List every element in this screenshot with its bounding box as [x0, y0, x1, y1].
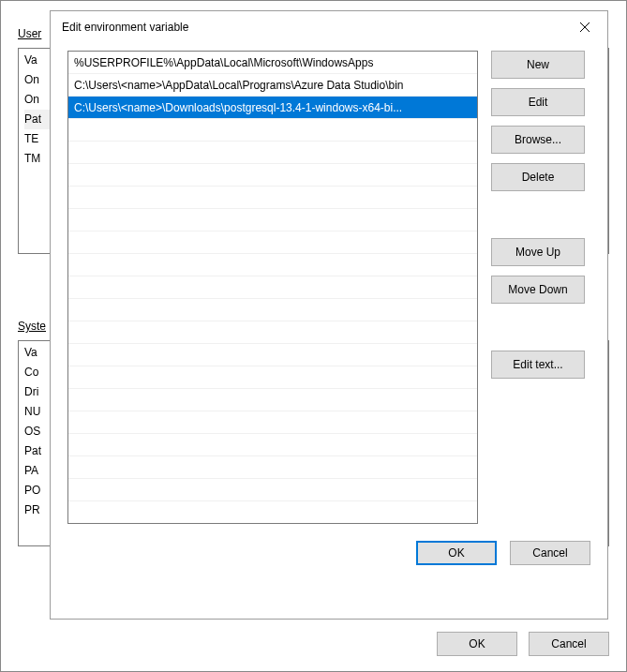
path-entry-empty[interactable] — [68, 456, 477, 479]
path-entry-selected[interactable]: C:\Users\<name>\Downloads\postgresql-13.… — [68, 97, 477, 119]
delete-button[interactable]: Delete — [491, 163, 585, 191]
close-button[interactable] — [574, 16, 596, 38]
parent-dialog-footer: OK Cancel — [437, 632, 609, 656]
path-entry-empty[interactable] — [68, 344, 477, 366]
path-entry[interactable]: C:\Users\<name>\AppData\Local\Programs\A… — [68, 74, 477, 97]
path-entry-empty[interactable] — [68, 187, 477, 209]
path-entries-list[interactable]: %USERPROFILE%\AppData\Local\Microsoft\Wi… — [67, 51, 478, 524]
path-entry-empty[interactable] — [68, 164, 477, 187]
parent-ok-button[interactable]: OK — [437, 632, 517, 656]
parent-cancel-button[interactable]: Cancel — [529, 632, 609, 656]
dialog-titlebar: Edit environment variable — [51, 11, 607, 43]
path-entry-empty[interactable] — [68, 501, 477, 524]
path-entry-empty[interactable] — [68, 276, 477, 299]
edit-env-var-dialog: Edit environment variable %USERPROFILE%\… — [50, 10, 608, 620]
ok-button[interactable]: OK — [416, 541, 497, 565]
move-down-button[interactable]: Move Down — [491, 276, 585, 304]
path-entry-empty[interactable] — [68, 299, 477, 321]
path-entry-empty[interactable] — [68, 389, 477, 411]
dialog-footer: OK Cancel — [51, 541, 607, 578]
cancel-button[interactable]: Cancel — [510, 541, 590, 565]
path-entry-empty[interactable] — [68, 321, 477, 344]
dialog-title: Edit environment variable — [62, 21, 188, 34]
path-entry-empty[interactable] — [68, 142, 477, 164]
path-entry-empty[interactable] — [68, 254, 477, 276]
move-up-button[interactable]: Move Up — [491, 238, 585, 266]
path-entry[interactable]: %USERPROFILE%\AppData\Local\Microsoft\Wi… — [68, 52, 477, 74]
browse-button[interactable]: Browse... — [491, 126, 585, 154]
new-button[interactable]: New — [491, 51, 585, 79]
path-entry-empty[interactable] — [68, 209, 477, 231]
side-buttons: New Edit Browse... Delete Move Up Move D… — [491, 51, 585, 524]
path-entry-empty[interactable] — [68, 479, 477, 501]
path-entry-empty[interactable] — [68, 366, 477, 389]
edit-text-button[interactable]: Edit text... — [491, 351, 585, 379]
path-entry-empty[interactable] — [68, 434, 477, 456]
path-entry-empty[interactable] — [68, 411, 477, 434]
close-icon — [579, 22, 590, 33]
path-entry-empty[interactable] — [68, 119, 477, 142]
edit-button[interactable]: Edit — [491, 88, 585, 116]
path-entry-empty[interactable] — [68, 231, 477, 254]
